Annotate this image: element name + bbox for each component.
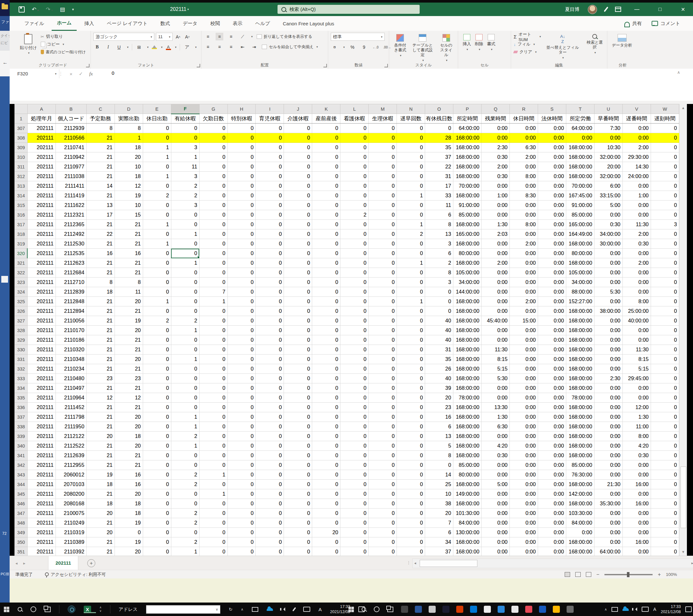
cell-B337[interactable]: 2111798 (56, 412, 86, 422)
cell-E311[interactable]: 0 (143, 162, 171, 172)
column-header-M[interactable]: M (369, 104, 397, 114)
cell-K345[interactable]: 0 (312, 489, 340, 499)
cell-K342[interactable]: 0 (312, 460, 340, 470)
cell-L311[interactable]: 0 (340, 162, 369, 172)
cell-N345[interactable]: 0 (397, 489, 425, 499)
cell-D316[interactable]: 15 (115, 210, 143, 220)
cell-N319[interactable]: 0 (397, 239, 425, 249)
cell-K351[interactable]: 0 (312, 547, 340, 556)
header-cell[interactable]: 有休残日数 (425, 114, 453, 123)
share-button[interactable]: 共有 (624, 21, 642, 27)
cell-C334[interactable]: 21 (86, 383, 115, 393)
row-header-316[interactable]: 316 (15, 210, 27, 220)
cell-C320[interactable]: 16 (86, 249, 115, 258)
page-layout-view-icon[interactable] (575, 572, 581, 577)
cell-P321[interactable]: 168:00:00 (453, 258, 481, 268)
cell-D321[interactable]: 21 (115, 258, 143, 268)
cell-D332[interactable]: 21 (115, 364, 143, 374)
save-icon[interactable] (19, 6, 25, 13)
cell-I346[interactable]: 0 (256, 499, 284, 509)
cell-H337[interactable]: 0 (227, 412, 256, 422)
cell-O347[interactable]: 20 (425, 509, 453, 518)
cell-R311[interactable]: 0:00 (510, 162, 538, 172)
cell-N318[interactable]: 2 (397, 230, 425, 239)
cell-Q335[interactable]: 0:00 (481, 393, 510, 403)
cell-D347[interactable]: 18 (115, 509, 143, 518)
cell-E325[interactable]: 1 (143, 297, 171, 306)
row-header-331[interactable]: 331 (15, 355, 27, 364)
cell-P313[interactable]: 70:00:00 (453, 181, 481, 191)
cell-Q327[interactable]: 45:40:00 (481, 316, 510, 326)
row-header-340[interactable]: 340 (15, 441, 27, 451)
cell-T334[interactable]: 168:00:00 (566, 383, 594, 393)
cell-I344[interactable]: 0 (256, 480, 284, 489)
cell-B348[interactable]: 2110249 (56, 518, 86, 528)
cell-J340[interactable]: 0 (284, 441, 312, 451)
cell-U307[interactable]: 7:30 (594, 123, 622, 133)
cell-P341[interactable]: 168:00:00 (453, 451, 481, 460)
cell-C309[interactable]: 21 (86, 143, 115, 153)
tab-ファイル[interactable]: ファイル (19, 17, 49, 31)
cell-P312[interactable]: 168:00:00 (453, 172, 481, 181)
cell-R315[interactable]: 0:00 (510, 200, 538, 210)
cell-D327[interactable]: 19 (115, 316, 143, 326)
cell-R326[interactable]: 0:00 (510, 306, 538, 316)
cell-C349[interactable]: 20 (86, 528, 115, 537)
cell-F345[interactable]: 0 (171, 489, 199, 499)
cell-V333[interactable]: 29:45:00 (622, 374, 651, 383)
cell-C314[interactable]: 21 (86, 191, 115, 200)
cell-G347[interactable]: 0 (199, 509, 227, 518)
cell-R338[interactable]: 0:00 (510, 422, 538, 432)
cell-L330[interactable]: 0 (340, 345, 369, 355)
cell-B326[interactable]: 2112894 (56, 306, 86, 316)
cell-N321[interactable]: 1 (397, 258, 425, 268)
comments-button[interactable]: コメント (652, 21, 680, 27)
cell-N326[interactable]: 0 (397, 306, 425, 316)
cell-Q329[interactable]: 0:00 (481, 335, 510, 345)
cell-C327[interactable]: 21 (86, 316, 115, 326)
cell-F330[interactable]: 0 (171, 345, 199, 355)
cell-M310[interactable]: 0 (369, 153, 397, 162)
cell-H307[interactable]: 0 (227, 123, 256, 133)
cell-R318[interactable]: 0:00 (510, 230, 538, 239)
column-header-W[interactable]: W (651, 104, 679, 114)
cell-V345[interactable]: 0:00 (622, 489, 651, 499)
cell-A351[interactable]: 202111 (27, 547, 56, 556)
cell-P343[interactable]: 80:00:00 (453, 470, 481, 480)
cell-P324[interactable]: 144:00:00 (453, 287, 481, 297)
cell-D323[interactable]: 8 (115, 278, 143, 287)
cell-F347[interactable]: 2 (171, 509, 199, 518)
cell-G338[interactable]: 0 (199, 422, 227, 432)
cell-Q322[interactable]: 0:00 (481, 268, 510, 278)
cell-J346[interactable]: 0 (284, 499, 312, 509)
cell-R346[interactable]: 0:00 (510, 499, 538, 509)
cell-Q312[interactable]: 0:30 (481, 172, 510, 181)
cell-I332[interactable]: 0 (256, 364, 284, 374)
cell-I345[interactable]: 0 (256, 489, 284, 499)
cell-N351[interactable]: 0 (397, 547, 425, 556)
select-all-corner[interactable] (15, 104, 27, 114)
cell-H319[interactable]: 0 (227, 239, 256, 249)
address-input[interactable]: ∨ (146, 605, 220, 614)
cell-P307[interactable]: 64:00:00 (453, 123, 481, 133)
cell-W341[interactable]: 0 (651, 451, 679, 460)
cell-R329[interactable]: 0:00 (510, 335, 538, 345)
cell-I350[interactable]: 0 (256, 537, 284, 547)
cell-D315[interactable]: 10 (115, 200, 143, 210)
header-cell[interactable]: 法休時間 (538, 114, 566, 123)
cell-M315[interactable]: 0 (369, 200, 397, 210)
cell-D330[interactable]: 21 (115, 345, 143, 355)
cell-N336[interactable]: 0 (397, 403, 425, 412)
cell-L327[interactable]: 0 (340, 316, 369, 326)
cell-Q330[interactable]: 11:30 (481, 345, 510, 355)
cell-M320[interactable]: 0 (369, 249, 397, 258)
borders-icon[interactable]: ⊞ (135, 43, 143, 51)
comma-style-icon[interactable]: 9 (360, 43, 368, 51)
sheet-nav-right-icon[interactable]: ▸ (23, 561, 26, 565)
cancel-icon[interactable]: × (70, 71, 73, 77)
cell-N332[interactable]: 0 (397, 364, 425, 374)
underline-button[interactable]: U (115, 43, 123, 51)
cell-T350[interactable]: 168:00:00 (566, 537, 594, 547)
cell-F344[interactable]: 2 (171, 480, 199, 489)
cell-S338[interactable]: 0:00 (538, 422, 566, 432)
